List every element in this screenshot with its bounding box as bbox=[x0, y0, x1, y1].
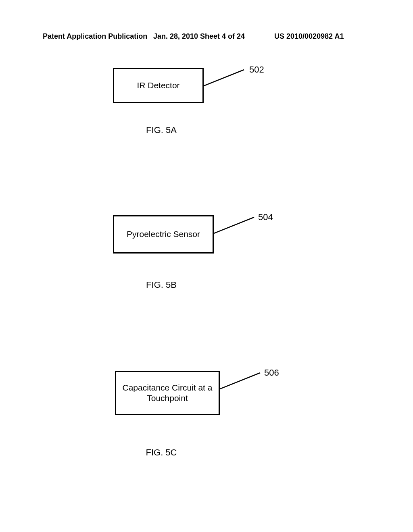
svg-line-1 bbox=[214, 217, 254, 233]
pyroelectric-sensor-label: Pyroelectric Sensor bbox=[127, 229, 200, 239]
header-right: US 2010/0020982 A1 bbox=[274, 32, 344, 41]
header-center: Jan. 28, 2010 Sheet 4 of 24 bbox=[153, 32, 245, 41]
svg-line-2 bbox=[220, 373, 260, 389]
header-left: Patent Application Publication bbox=[43, 32, 147, 41]
ir-detector-label: IR Detector bbox=[137, 80, 179, 91]
lead-line-506-icon bbox=[220, 371, 268, 395]
ir-detector-box: IR Detector bbox=[113, 68, 204, 103]
lead-line-504-icon bbox=[214, 215, 262, 239]
figure-5a-caption: FIG. 5A bbox=[0, 125, 323, 135]
pyroelectric-sensor-box: Pyroelectric Sensor bbox=[113, 215, 214, 254]
svg-line-0 bbox=[204, 70, 244, 86]
ref-506: 506 bbox=[264, 368, 279, 378]
ref-504: 504 bbox=[258, 212, 273, 222]
capacitance-circuit-label: Capacitance Circuit at a Touchpoint bbox=[122, 382, 213, 404]
ref-502: 502 bbox=[249, 64, 264, 75]
lead-line-502-icon bbox=[204, 68, 252, 92]
patent-page: Patent Application Publication Jan. 28, … bbox=[0, 0, 413, 532]
capacitance-circuit-box: Capacitance Circuit at a Touchpoint bbox=[115, 371, 220, 415]
figure-5b-caption: FIG. 5B bbox=[0, 280, 323, 290]
figure-5c-caption: FIG. 5C bbox=[0, 447, 323, 458]
